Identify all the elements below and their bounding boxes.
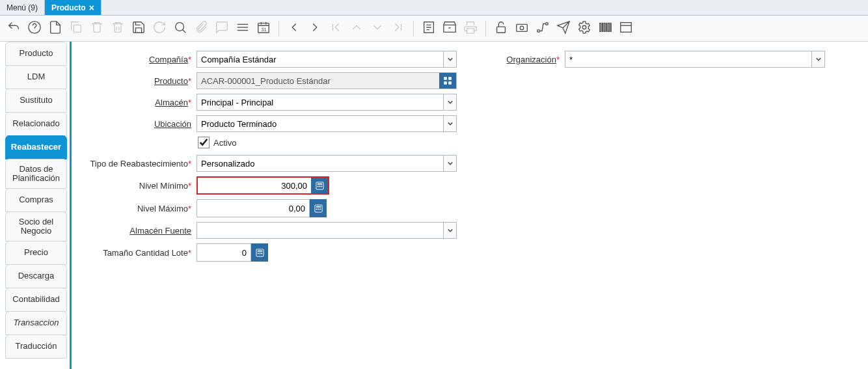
undo-icon[interactable] xyxy=(7,20,21,36)
archive-icon[interactable] xyxy=(442,20,457,36)
almacen-input[interactable] xyxy=(197,94,443,110)
delete-all-icon xyxy=(111,20,125,36)
compania-input[interactable] xyxy=(197,51,443,67)
tipo-reabast-combo[interactable] xyxy=(197,155,457,172)
sidebar-tab-transacciones[interactable]: Transaccion xyxy=(5,311,67,335)
lock-icon[interactable] xyxy=(494,20,508,36)
calculator-icon[interactable] xyxy=(311,178,328,193)
sidebar-tab-precio[interactable]: Precio xyxy=(5,241,67,265)
svg-rect-30 xyxy=(319,185,320,187)
down-icon xyxy=(370,20,385,36)
svg-rect-16 xyxy=(602,23,603,32)
ubicacion-label: Ubicación xyxy=(87,119,191,129)
tamano-lote-input[interactable] xyxy=(197,243,251,262)
organizacion-input[interactable] xyxy=(565,51,811,67)
almacen-label: Almacén* xyxy=(87,98,191,107)
calendar-icon[interactable]: 31 xyxy=(256,20,271,36)
search-icon[interactable] xyxy=(173,20,187,36)
zoom-icon[interactable] xyxy=(515,20,529,36)
svg-rect-15 xyxy=(600,23,601,32)
activo-checkbox[interactable] xyxy=(198,137,210,148)
sidebar-tab-planificacion[interactable]: Datos de Planificación xyxy=(5,159,67,189)
organizacion-combo[interactable] xyxy=(565,51,825,68)
zoom-icon[interactable] xyxy=(439,73,456,89)
send-icon[interactable] xyxy=(556,20,571,36)
producto-input xyxy=(197,73,439,89)
help-icon[interactable] xyxy=(27,20,42,36)
next-icon[interactable] xyxy=(308,20,322,36)
tamano-lote-field[interactable] xyxy=(197,243,268,262)
nivel-min-field[interactable] xyxy=(197,176,329,195)
organizacion-field-row: Organización* xyxy=(495,51,825,68)
nivel-max-field[interactable] xyxy=(197,199,327,217)
svg-rect-10 xyxy=(517,24,528,31)
nivel-max-label: Nivel Máximo* xyxy=(87,204,191,213)
report-icon[interactable] xyxy=(422,20,436,36)
refresh-icon xyxy=(152,20,167,36)
svg-rect-18 xyxy=(606,23,607,32)
tab-producto[interactable]: Producto × xyxy=(45,0,102,15)
sidebar-tab-contabilidad[interactable]: Contabilidad xyxy=(5,288,67,312)
prev-icon[interactable] xyxy=(287,20,301,36)
grid-icon[interactable] xyxy=(236,20,250,36)
form-icon[interactable] xyxy=(619,20,633,36)
delete-icon xyxy=(90,20,104,36)
sidebar-tab-traduccion[interactable]: Traducción xyxy=(5,335,67,359)
tab-producto-label: Producto xyxy=(51,3,86,12)
gear-icon[interactable] xyxy=(577,20,591,36)
workflow-icon[interactable] xyxy=(536,20,550,36)
almacen-combo[interactable] xyxy=(197,94,457,111)
sidebar-tab-ldm[interactable]: LDM xyxy=(5,65,67,89)
sidebar-tab-descarga[interactable]: Descarga xyxy=(5,264,67,288)
activo-label: Activo xyxy=(213,138,236,148)
svg-rect-36 xyxy=(319,208,321,210)
calculator-icon[interactable] xyxy=(251,243,268,262)
main-area: Producto LDM Sustituto Relacionado Reaba… xyxy=(0,42,868,369)
calculator-icon[interactable] xyxy=(310,199,327,217)
svg-rect-34 xyxy=(316,208,317,210)
save-icon[interactable] xyxy=(131,20,146,36)
sidebar-tab-compras[interactable]: Compras xyxy=(5,188,67,212)
tipo-reabast-input[interactable] xyxy=(197,156,443,171)
sidebar-tab-relacionado[interactable]: Relacionado xyxy=(5,112,67,136)
svg-rect-9 xyxy=(497,27,506,33)
main-toolbar: 31 xyxy=(0,16,868,42)
chevron-down-icon[interactable] xyxy=(443,51,456,67)
almacen-fuente-label: Almacén Fuente xyxy=(87,226,191,236)
close-icon[interactable]: × xyxy=(89,3,94,12)
sidebar-tab-producto[interactable]: Producto xyxy=(5,42,67,66)
chevron-down-icon[interactable] xyxy=(443,116,456,131)
toolbar-separator-3 xyxy=(485,21,486,36)
svg-point-13 xyxy=(546,23,549,25)
svg-point-2 xyxy=(176,23,184,31)
sidebar-tab-socio[interactable]: Socio del Negocio xyxy=(5,212,67,241)
ubicacion-input[interactable] xyxy=(197,116,443,131)
top-tab-bar: Menú (9) Producto × xyxy=(0,0,868,16)
compania-combo[interactable] xyxy=(197,51,457,68)
sidebar-tab-reabastecer[interactable]: Reabastecer xyxy=(5,135,67,159)
svg-rect-40 xyxy=(259,253,260,254)
svg-point-12 xyxy=(537,30,540,33)
svg-rect-26 xyxy=(449,82,452,85)
new-icon[interactable] xyxy=(48,20,62,36)
svg-rect-29 xyxy=(317,185,318,187)
ubicacion-combo[interactable] xyxy=(197,115,457,132)
svg-rect-28 xyxy=(317,183,321,184)
chevron-down-icon[interactable] xyxy=(443,94,456,110)
nivel-min-input[interactable] xyxy=(198,178,311,193)
almacen-fuente-input[interactable] xyxy=(197,223,443,238)
up-icon xyxy=(349,20,364,36)
nivel-max-input[interactable] xyxy=(197,199,310,217)
first-icon xyxy=(329,20,343,36)
tab-menu[interactable]: Menú (9) xyxy=(0,0,45,15)
svg-rect-35 xyxy=(318,208,319,210)
svg-rect-25 xyxy=(444,82,447,85)
chevron-down-icon[interactable] xyxy=(443,223,456,238)
form-area: Compañía* Producto* Almacén* Ubicación xyxy=(72,42,868,369)
almacen-fuente-combo[interactable] xyxy=(197,222,457,239)
barcode-icon[interactable] xyxy=(598,20,612,36)
sidebar-tab-sustituto[interactable]: Sustituto xyxy=(5,89,67,113)
chevron-down-icon[interactable] xyxy=(443,156,456,171)
toolbar-separator xyxy=(278,21,279,36)
chevron-down-icon[interactable] xyxy=(811,51,824,67)
